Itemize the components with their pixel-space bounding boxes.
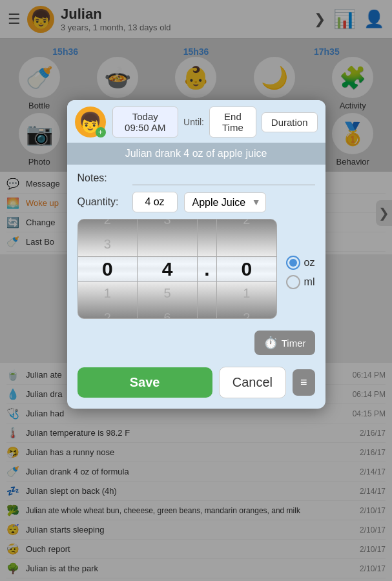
quantity-row: Quantity: 4 oz Apple Juice Water Milk ▼	[77, 192, 315, 212]
drum-container[interactable]: 2 3 0 1 2 3 4 5	[77, 219, 277, 319]
drum-item-selected: 0	[241, 257, 252, 281]
modal-overlay: 👦 + Today 09:50 AM Until: End Time Durat…	[0, 0, 392, 581]
quantity-box[interactable]: 4 oz	[132, 192, 178, 212]
drum-item: 3	[162, 219, 173, 232]
timer-label: Timer	[282, 338, 306, 349]
timer-button[interactable]: ⏱️ Timer	[254, 331, 315, 355]
modal-header: 👦 + Today 09:50 AM Until: End Time Durat…	[67, 100, 325, 143]
drum-item	[204, 219, 209, 232]
notes-label: Notes:	[77, 172, 126, 184]
drum-item-selected: 4	[162, 257, 173, 281]
list-button[interactable]: ≡	[293, 369, 315, 396]
modal: 👦 + Today 09:50 AM Until: End Time Durat…	[67, 100, 325, 409]
drum-and-radio: 2 3 0 1 2 3 4 5	[77, 219, 315, 325]
end-time-button[interactable]: End Time	[209, 107, 256, 138]
drum-item: 2	[102, 219, 113, 232]
timer-section: ⏱️ Timer	[67, 331, 325, 367]
drum-col-1[interactable]: 2 3 0 1 2	[78, 219, 138, 318]
oz-radio-circle	[286, 256, 300, 270]
ml-radio[interactable]: ml	[286, 275, 315, 289]
duration-button[interactable]: Duration	[262, 112, 318, 132]
quantity-label: Quantity:	[77, 196, 126, 208]
today-time-button[interactable]: Today 09:50 AM	[112, 107, 179, 138]
drum-item: 2	[241, 306, 252, 320]
drum-item	[204, 306, 209, 320]
modal-avatar: 👦 +	[75, 107, 106, 138]
drum-item: 1	[102, 281, 113, 306]
modal-actions: Save Cancel ≡	[67, 367, 325, 398]
add-photo-button[interactable]: +	[96, 127, 106, 138]
drum-item	[204, 281, 209, 306]
timer-icon: ⏱️	[263, 336, 278, 350]
oz-label: oz	[304, 257, 315, 269]
drum-item: 5	[162, 281, 173, 306]
drum-col-2[interactable]: 3 4 5 6	[138, 219, 198, 318]
drum-col-3[interactable]: 2 0 1 2	[217, 219, 276, 318]
juice-select[interactable]: Apple Juice Water Milk	[184, 192, 266, 212]
notes-input[interactable]	[132, 171, 315, 185]
oz-radio[interactable]: oz	[286, 256, 315, 270]
ml-radio-circle	[286, 275, 300, 289]
drum-item: 2	[241, 219, 252, 232]
notes-row: Notes:	[77, 171, 315, 185]
juice-select-wrapper: Apple Juice Water Milk ▼	[184, 192, 266, 212]
ml-label: ml	[304, 276, 315, 288]
cancel-button[interactable]: Cancel	[219, 367, 286, 398]
save-button[interactable]: Save	[77, 367, 212, 398]
modal-summary: Julian drank 4 oz of apple juice	[67, 143, 325, 165]
modal-time-buttons: Today 09:50 AM Until: End Time Duration	[112, 107, 318, 138]
drum-item	[204, 232, 209, 257]
drum-item: 3	[102, 232, 113, 257]
drum-item: 2	[102, 306, 113, 320]
drum-item: 1	[241, 281, 252, 306]
radio-group: oz ml	[281, 256, 315, 289]
drum-col-dot: .	[198, 219, 217, 318]
until-label: Until:	[183, 117, 204, 127]
drum-item: 6	[162, 306, 173, 320]
drum-item-selected: 0	[102, 257, 113, 281]
oz-radio-dot	[289, 259, 297, 267]
modal-body: Notes: Quantity: 4 oz Apple Juice Water …	[67, 171, 325, 325]
dot-separator: .	[204, 257, 209, 281]
